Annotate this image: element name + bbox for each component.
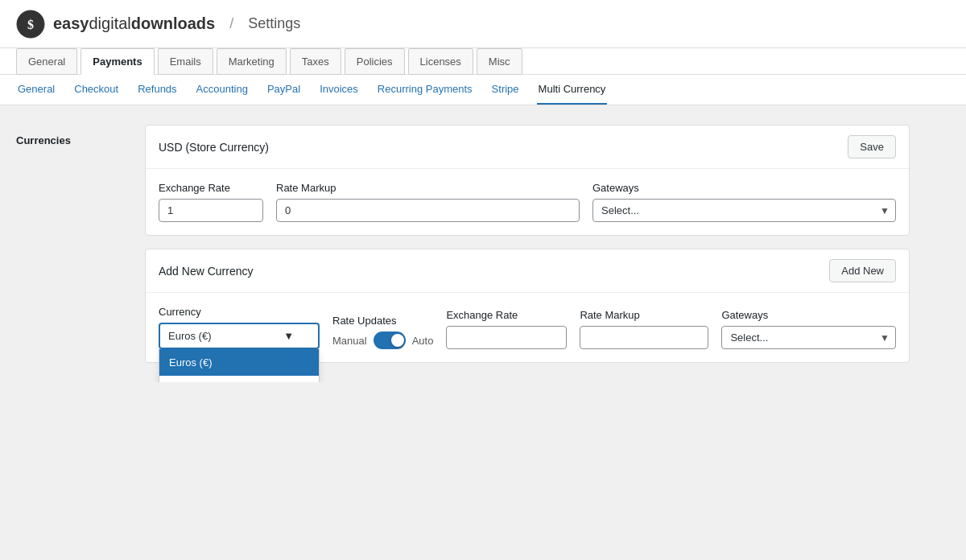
currency-selected-value: Euros (€) (168, 330, 211, 342)
usd-save-button[interactable]: Save (848, 135, 896, 159)
page-title: Settings (248, 15, 300, 32)
subnav-refunds[interactable]: Refunds (136, 75, 178, 105)
new-gateways-select[interactable]: Select... (721, 326, 896, 349)
currency-option-pound-sterling[interactable]: Pound Sterling (£) (159, 376, 319, 382)
rate-updates-toggle-group: Manual Auto (332, 331, 433, 349)
currency-select-button[interactable]: Euros (€) ▼ (159, 323, 320, 349)
currency-label: Currency (159, 306, 320, 318)
subnav-general[interactable]: General (16, 75, 56, 105)
currency-group: Currency Euros (€) ▼ Euros (€) Pound Ste… (159, 306, 320, 349)
subnav-checkout[interactable]: Checkout (72, 75, 120, 105)
rate-updates-toggle[interactable] (374, 331, 406, 349)
currencies-label: Currencies (16, 125, 129, 363)
add-new-card-body: Currency Euros (€) ▼ Euros (€) Pound Ste… (146, 293, 909, 362)
rate-updates-label: Rate Updates (332, 315, 433, 327)
usd-exchange-rate-label: Exchange Rate (159, 182, 263, 194)
rate-updates-group: Rate Updates Manual Auto (332, 315, 433, 349)
subnav-invoices[interactable]: Invoices (318, 75, 360, 105)
new-rate-markup-input[interactable] (580, 326, 708, 349)
subnav-paypal[interactable]: PayPal (266, 75, 302, 105)
usd-card-body: Exchange Rate Rate Markup Gateways Selec… (146, 169, 909, 235)
svg-text:$: $ (27, 18, 34, 31)
logo-icon: $ (16, 10, 45, 39)
usd-gateways-select[interactable]: Select... (592, 199, 896, 222)
usd-rate-markup-group: Rate Markup (276, 182, 580, 222)
content-area: USD (Store Currency) Save Exchange Rate … (145, 125, 910, 363)
usd-card-title: USD (Store Currency) (159, 141, 269, 154)
tab-licenses[interactable]: Licenses (408, 48, 473, 75)
subnav-accounting[interactable]: Accounting (195, 75, 250, 105)
tab-marketing[interactable]: Marketing (217, 48, 287, 75)
app-logo: $ easydigitaldownloads / Settings (16, 10, 300, 39)
new-gateways-select-wrapper: Select... ▼ (721, 326, 896, 349)
usd-exchange-rate-group: Exchange Rate (159, 182, 263, 222)
usd-rate-markup-label: Rate Markup (276, 182, 580, 194)
usd-gateways-label: Gateways (592, 182, 896, 194)
currency-chevron-down-icon: ▼ (283, 330, 294, 342)
toggle-auto-label: Auto (412, 335, 434, 347)
usd-form-row: Exchange Rate Rate Markup Gateways Selec… (159, 182, 896, 222)
usd-card-header: USD (Store Currency) Save (146, 126, 909, 169)
new-exchange-rate-input[interactable] (446, 326, 567, 349)
logo-divider: / (229, 15, 233, 32)
tab-general[interactable]: General (16, 48, 77, 75)
app-header: $ easydigitaldownloads / Settings (0, 0, 966, 48)
new-rate-markup-group: Rate Markup (580, 309, 708, 349)
currency-option-euros[interactable]: Euros (€) (159, 349, 319, 376)
new-exchange-rate-label: Exchange Rate (446, 309, 567, 321)
add-new-button[interactable]: Add New (829, 259, 896, 282)
usd-exchange-rate-input[interactable] (159, 199, 263, 222)
subnav-stripe[interactable]: Stripe (490, 75, 521, 105)
usd-gateways-group: Gateways Select... ▼ (592, 182, 896, 222)
tab-misc[interactable]: Misc (477, 48, 522, 75)
add-new-form-row: Currency Euros (€) ▼ Euros (€) Pound Ste… (159, 306, 896, 349)
new-gateways-label: Gateways (721, 309, 896, 321)
top-tabs: General Payments Emails Marketing Taxes … (0, 48, 966, 75)
currency-select-wrapper: Euros (€) ▼ Euros (€) Pound Sterling (£)… (159, 323, 320, 349)
usd-rate-markup-input[interactable] (276, 199, 580, 222)
sub-nav: General Checkout Refunds Accounting PayP… (0, 75, 966, 105)
main-content: Currencies USD (Store Currency) Save Exc… (0, 105, 966, 382)
tab-payments[interactable]: Payments (80, 48, 154, 75)
tab-policies[interactable]: Policies (345, 48, 405, 75)
usd-gateways-select-wrapper: Select... ▼ (592, 199, 896, 222)
add-new-currency-card: Add New Currency Add New Currency Euros … (145, 249, 910, 363)
new-gateways-group: Gateways Select... ▼ (721, 309, 896, 349)
subnav-recurring-payments[interactable]: Recurring Payments (376, 75, 474, 105)
new-rate-markup-label: Rate Markup (580, 309, 708, 321)
subnav-multi-currency[interactable]: Multi Currency (537, 75, 608, 105)
tab-taxes[interactable]: Taxes (290, 48, 341, 75)
usd-card: USD (Store Currency) Save Exchange Rate … (145, 125, 910, 236)
toggle-thumb (391, 334, 404, 347)
tab-emails[interactable]: Emails (158, 48, 213, 75)
add-new-card-header: Add New Currency Add New (146, 249, 909, 293)
currency-dropdown: Euros (€) Pound Sterling (£) Australian … (159, 349, 320, 382)
logo-text: easydigitaldownloads (53, 14, 215, 33)
new-exchange-rate-group: Exchange Rate (446, 309, 567, 349)
toggle-manual-label: Manual (332, 335, 367, 347)
add-new-card-title: Add New Currency (159, 265, 254, 278)
